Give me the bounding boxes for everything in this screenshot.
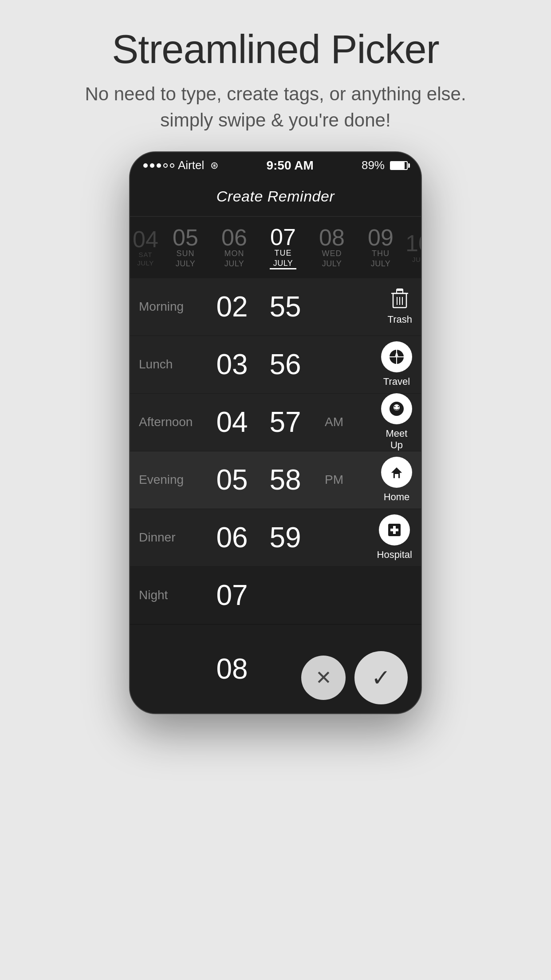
hour-afternoon[interactable]: 04 bbox=[205, 406, 259, 439]
wifi-icon: ⊛ bbox=[210, 160, 218, 171]
minute-evening[interactable]: 58 bbox=[259, 463, 312, 496]
picker-container: Morning 02 55 Trash Lunch bbox=[130, 278, 421, 713]
carrier-name: Airtel bbox=[178, 158, 204, 172]
minute-afternoon[interactable]: 57 bbox=[259, 406, 312, 439]
page-title: Streamlined Picker bbox=[85, 27, 466, 72]
signal-dot-2 bbox=[150, 163, 154, 168]
minute-morning[interactable]: 55 bbox=[259, 290, 312, 323]
status-bar: Airtel ⊛ 9:50 AM 89% bbox=[130, 152, 421, 179]
battery-fill bbox=[391, 162, 405, 169]
battery-icon bbox=[390, 161, 408, 170]
hospital-icon bbox=[379, 514, 410, 545]
signal-dot-5 bbox=[170, 163, 174, 168]
signal-dot-4 bbox=[163, 163, 168, 168]
status-right: 89% bbox=[362, 158, 408, 172]
page-header: Streamlined Picker No need to type, crea… bbox=[49, 0, 501, 151]
icon-label-home: Home bbox=[384, 491, 410, 503]
trash-icon bbox=[389, 288, 411, 310]
action-buttons: ✕ ✓ bbox=[301, 651, 408, 704]
page-subtitle: No need to type, create tags, or anythin… bbox=[85, 81, 466, 134]
hour-dinner[interactable]: 06 bbox=[205, 521, 259, 554]
svg-rect-18 bbox=[395, 474, 398, 478]
picker-row-dinner[interactable]: Dinner 06 59 Hospital bbox=[130, 509, 421, 567]
phone-frame: Airtel ⊛ 9:50 AM 89% Create Reminder 04 … bbox=[129, 151, 422, 714]
row-label-evening: Evening bbox=[139, 473, 205, 487]
row-label-morning: Morning bbox=[139, 300, 205, 314]
travel-icon bbox=[381, 341, 412, 372]
date-item-08[interactable]: 08 WED JULY bbox=[307, 226, 356, 277]
picker-row-afternoon[interactable]: Afternoon 04 57 AM Meet Up bbox=[130, 394, 421, 451]
hour-morning[interactable]: 02 bbox=[205, 290, 259, 323]
hour-night[interactable]: 07 bbox=[205, 579, 259, 612]
row-label-dinner: Dinner bbox=[139, 530, 205, 545]
icon-area-home[interactable]: Home bbox=[381, 457, 412, 503]
picker-row-morning[interactable]: Morning 02 55 Trash bbox=[130, 278, 421, 336]
icon-label-hospital: Hospital bbox=[377, 549, 412, 561]
icon-area-trash[interactable]: Trash bbox=[388, 288, 412, 325]
minute-dinner[interactable]: 59 bbox=[259, 521, 312, 554]
meetup-icon bbox=[381, 393, 412, 424]
date-strip[interactable]: 04 SAT JULY 05 SUN JULY 06 MON JULY 07 T… bbox=[130, 217, 421, 278]
icon-label-meetup: Meet Up bbox=[386, 428, 408, 451]
date-item-09[interactable]: 09 THU JULY bbox=[356, 226, 405, 277]
signal-dots bbox=[143, 163, 174, 168]
signal-dot-3 bbox=[157, 163, 161, 168]
icon-area-travel[interactable]: Travel bbox=[381, 341, 412, 387]
battery-percent: 89% bbox=[362, 158, 385, 172]
svg-point-15 bbox=[394, 406, 396, 407]
svg-rect-21 bbox=[390, 529, 398, 531]
status-time: 9:50 AM bbox=[266, 158, 313, 173]
picker-row-evening[interactable]: Evening 05 58 PM Home bbox=[130, 451, 421, 509]
icon-area-meetup[interactable]: Meet Up bbox=[381, 393, 412, 451]
signal-dot-1 bbox=[143, 163, 148, 168]
svg-point-16 bbox=[398, 406, 399, 407]
active-date-indicator bbox=[270, 268, 296, 269]
confirm-button[interactable]: ✓ bbox=[354, 651, 408, 704]
row-label-lunch: Lunch bbox=[139, 357, 205, 371]
app-title: Create Reminder bbox=[130, 188, 421, 205]
icon-label-trash: Trash bbox=[388, 314, 412, 325]
hour-evening[interactable]: 05 bbox=[205, 463, 259, 496]
row-label-afternoon: Afternoon bbox=[139, 415, 205, 429]
date-item-04[interactable]: 04 SAT JULY bbox=[130, 228, 161, 276]
minute-lunch[interactable]: 56 bbox=[259, 348, 312, 381]
icon-area-hospital[interactable]: Hospital bbox=[377, 514, 412, 561]
home-icon bbox=[381, 457, 412, 488]
night-row-2: 08 ✕ ✓ bbox=[130, 624, 421, 713]
app-header: Create Reminder bbox=[130, 179, 421, 217]
date-item-07-active[interactable]: 07 TUE JULY bbox=[259, 225, 307, 278]
picker-row-night[interactable]: Night 07 bbox=[130, 567, 421, 624]
date-item-05[interactable]: 05 SUN JULY bbox=[161, 226, 210, 277]
ampm-afternoon[interactable]: AM bbox=[316, 415, 352, 429]
ampm-evening[interactable]: PM bbox=[316, 473, 352, 487]
status-left: Airtel ⊛ bbox=[143, 158, 218, 172]
cancel-button[interactable]: ✕ bbox=[301, 656, 346, 700]
hour-lunch[interactable]: 03 bbox=[205, 348, 259, 381]
picker-row-lunch[interactable]: Lunch 03 56 Travel bbox=[130, 336, 421, 394]
icon-label-travel: Travel bbox=[383, 376, 410, 387]
hour-night-2[interactable]: 08 bbox=[205, 652, 259, 685]
date-item-10[interactable]: 10 JUL bbox=[405, 232, 421, 272]
row-label-night: Night bbox=[139, 588, 205, 602]
date-item-06[interactable]: 06 MON JULY bbox=[210, 226, 259, 277]
